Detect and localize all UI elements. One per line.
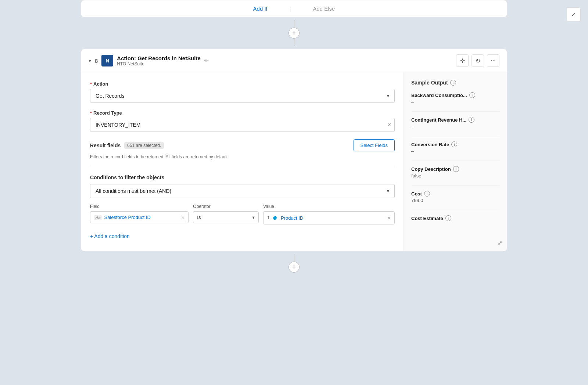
condition-row-headers: Field Aa Salesforce Product ID × Operato… (90, 204, 395, 224)
record-type-form-group: * Record Type × (90, 110, 395, 132)
sample-field-conversion: Conversion Rate i – (411, 141, 499, 154)
refresh-button[interactable]: ↻ (472, 54, 484, 67)
card-main: * Action Get Records ▼ * (81, 72, 404, 251)
header-right: ✛ ↻ ··· (456, 54, 499, 67)
move-button[interactable]: ✛ (456, 54, 469, 67)
sample-output-info-icon[interactable]: i (450, 80, 456, 86)
action-label-text: Action (93, 81, 108, 87)
netsuite-logo: N (101, 55, 113, 66)
sample-output-title: Sample Output (411, 80, 448, 86)
conditions-filter-select[interactable]: All conditions must be met (AND) (90, 184, 395, 198)
add-if-link[interactable]: Add If (253, 6, 268, 12)
result-fields-section: Result fields 651 are selected. Select F… (90, 139, 395, 167)
add-condition-button[interactable]: + Add a condition (90, 230, 130, 242)
connector-segment (294, 20, 294, 28)
sample-field-name-contingent: Contingent Revenue H... i (411, 117, 499, 123)
connector-bottom-segment (294, 254, 294, 262)
sample-field-backward: Backward Consumptio... i – (411, 92, 499, 105)
connector-bottom: + (81, 251, 507, 276)
sample-output-header: Sample Output i (411, 80, 499, 86)
step-number: 8 (95, 58, 98, 64)
action-select[interactable]: Get Records (90, 89, 395, 103)
record-type-input[interactable] (90, 118, 395, 132)
record-type-required: * (90, 110, 92, 116)
operator-col-label: Operator (193, 204, 259, 209)
sample-field-name-cost-estimate: Cost Estimate i (411, 215, 499, 221)
operator-select-wrapper: Is ▼ (193, 211, 259, 223)
sample-field-value-backward: – (411, 99, 499, 105)
more-button[interactable]: ··· (487, 54, 499, 67)
header-left: ▾ 8 N Action: Get Records in NetSuite NT… (89, 55, 452, 66)
action-card-header: ▾ 8 N Action: Get Records in NetSuite NT… (81, 49, 507, 72)
divider-3 (411, 185, 499, 186)
sample-field-name-cost: Cost i (411, 191, 499, 197)
expand-button[interactable]: ⤢ (567, 7, 581, 21)
action-label: * Action (90, 81, 395, 87)
sample-field-info-icon-1[interactable]: i (469, 117, 474, 123)
sample-field-name-copy-desc: Copy Description i (411, 166, 499, 172)
top-bar: Add If | Add Else (81, 0, 507, 17)
sample-field-name-conversion: Conversion Rate i (411, 141, 499, 147)
action-info: Action: Get Records in NetSuite NTO NetS… (117, 55, 201, 66)
sample-field-contingent: Contingent Revenue H... i – (411, 117, 499, 129)
field-value-text: Salesforce Product ID (104, 215, 179, 220)
sample-field-copy-desc: Copy Description i false (411, 166, 499, 179)
select-fields-button[interactable]: Select Fields (354, 139, 395, 151)
sidebar-expand-icon[interactable]: ⤢ (498, 240, 502, 247)
sample-field-value-copy-desc: false (411, 173, 499, 179)
value-number: 1 (267, 215, 270, 220)
card-body: * Action Get Records ▼ * (81, 72, 507, 251)
field-type-icon: Aa (94, 215, 102, 220)
sample-field-cost-estimate: Cost Estimate i (411, 215, 499, 221)
value-clear-button[interactable]: × (387, 215, 391, 221)
more-icon: ··· (491, 57, 495, 64)
result-fields-badge: 651 are selected. (124, 142, 164, 149)
sample-field-value-contingent: – (411, 124, 499, 129)
field-clear-button[interactable]: × (182, 215, 185, 220)
result-fields-left: Result fields 651 are selected. (90, 142, 164, 149)
action-select-wrapper: Get Records ▼ (90, 89, 395, 103)
connector-top: + (81, 17, 507, 49)
record-type-label-text: Record Type (93, 110, 122, 116)
add-step-button-top[interactable]: + (288, 28, 300, 39)
conditions-section: Conditions to filter the objects All con… (90, 174, 395, 242)
action-title: Action: Get Records in NetSuite (117, 55, 201, 61)
sample-field-value-cost: 799.0 (411, 198, 499, 203)
field-col-label: Field (90, 204, 189, 209)
sample-field-info-icon-3[interactable]: i (453, 166, 459, 172)
sample-field-info-icon-2[interactable]: i (451, 141, 457, 147)
top-bar-divider: | (290, 6, 291, 12)
sample-field-info-icon-5[interactable]: i (445, 215, 451, 221)
sample-field-info-icon-4[interactable]: i (424, 191, 430, 197)
operator-col: Operator Is ▼ (193, 204, 259, 223)
action-card: ▾ 8 N Action: Get Records in NetSuite NT… (81, 49, 507, 251)
sample-field-value-conversion: – (411, 148, 499, 154)
action-subtitle: NTO NetSuite (117, 61, 201, 66)
move-icon: ✛ (460, 57, 465, 64)
sample-field-cost: Cost i 799.0 (411, 191, 499, 203)
record-type-label: * Record Type (90, 110, 395, 116)
divider-1 (411, 136, 499, 136)
refresh-icon: ↻ (476, 57, 480, 64)
result-fields-header: Result fields 651 are selected. Select F… (90, 139, 395, 151)
record-type-input-wrapper: × (90, 118, 395, 132)
field-col: Field Aa Salesforce Product ID × (90, 204, 189, 223)
value-input-wrapper: 1 Product ID × (263, 211, 395, 224)
record-type-clear-button[interactable]: × (388, 122, 391, 128)
expand-icon: ⤢ (571, 11, 576, 17)
operator-select[interactable]: Is (193, 212, 258, 223)
edit-title-icon[interactable]: ✏ (204, 58, 209, 64)
result-fields-desc: Filters the record fields to be returned… (90, 154, 395, 159)
conditions-filter-wrapper: All conditions must be met (AND) ▼ (90, 184, 395, 198)
add-else-link[interactable]: Add Else (313, 6, 335, 12)
plus-icon-bottom: + (292, 264, 296, 270)
divider-2 (411, 161, 499, 161)
add-step-button-bottom[interactable]: + (288, 262, 300, 273)
result-fields-label: Result fields (90, 143, 121, 148)
value-text: Product ID (281, 215, 385, 221)
collapse-icon[interactable]: ▾ (89, 58, 91, 64)
action-required: * (90, 81, 92, 87)
divider-0 (411, 111, 499, 112)
sample-field-info-icon-0[interactable]: i (469, 92, 475, 98)
action-form-group: * Action Get Records ▼ (90, 81, 395, 103)
